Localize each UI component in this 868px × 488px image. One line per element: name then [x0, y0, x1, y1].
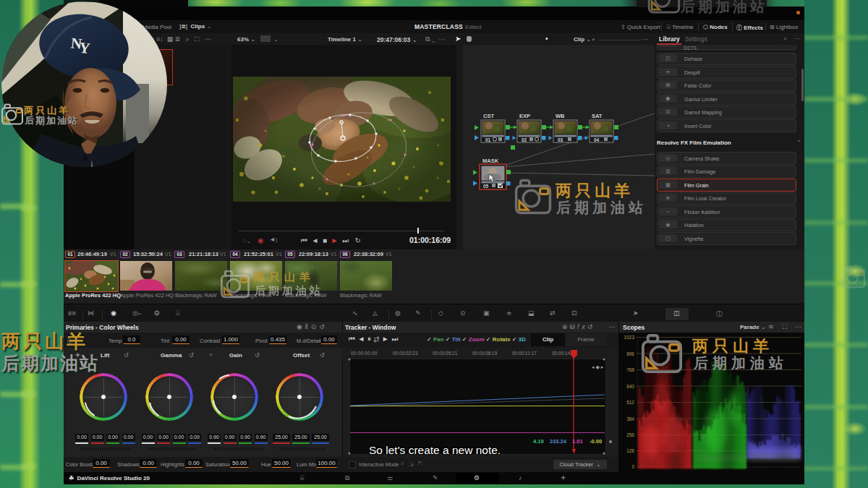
svg-text:02: 02: [522, 137, 527, 142]
svg-text:CST: CST: [483, 113, 494, 119]
svg-text:512: 512: [626, 400, 634, 405]
svg-text:896: 896: [626, 351, 634, 356]
svg-text:EXP: EXP: [519, 113, 530, 119]
svg-text:128: 128: [626, 448, 634, 453]
svg-text:01: 01: [485, 137, 491, 142]
svg-text:1023: 1023: [624, 335, 635, 340]
svg-text:04: 04: [594, 137, 600, 142]
svg-text:640: 640: [626, 384, 634, 389]
svg-text:256: 256: [626, 432, 634, 437]
svg-text:768: 768: [626, 367, 634, 372]
svg-text:0: 0: [631, 464, 634, 469]
svg-text:05: 05: [483, 184, 489, 189]
svg-text:◂ ◆ ▸: ◂ ◆ ▸: [592, 364, 604, 369]
svg-text:03: 03: [558, 137, 563, 142]
svg-text:SAT: SAT: [592, 113, 603, 119]
svg-text:WB: WB: [556, 113, 565, 119]
svg-text:MASK: MASK: [482, 158, 499, 164]
svg-text:384: 384: [626, 416, 634, 421]
svg-text:Y: Y: [78, 39, 91, 57]
